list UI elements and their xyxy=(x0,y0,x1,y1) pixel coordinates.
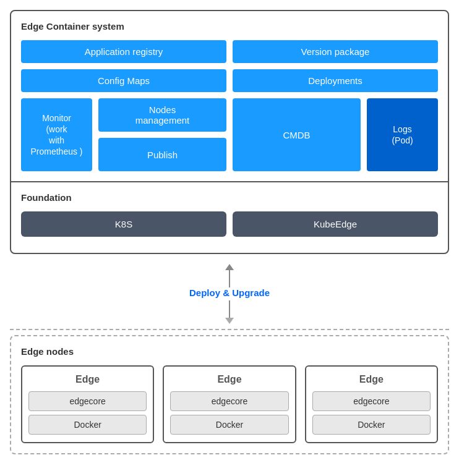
arrow-line-down xyxy=(225,300,234,324)
nodes-management-btn[interactable]: Nodesmanagement xyxy=(98,98,226,132)
publish-btn[interactable]: Publish xyxy=(98,138,226,171)
ecs-row-1: Application registry Version package xyxy=(21,40,438,63)
foundation-title: Foundation xyxy=(21,192,438,203)
edge-container-system: Edge Container system Application regist… xyxy=(11,11,448,181)
deployments-btn[interactable]: Deployments xyxy=(233,69,438,92)
ecs-bottom-row: Monitor(workwithPrometheus ) Nodesmanage… xyxy=(21,98,438,171)
edge-node-1: Edge edgecore Docker xyxy=(163,365,296,443)
edge-node-0-docker: Docker xyxy=(28,415,147,435)
diagram: Edge Container system Application regist… xyxy=(10,10,449,454)
cmdb-btn[interactable]: CMDB xyxy=(233,98,361,171)
monitor-btn[interactable]: Monitor(workwithPrometheus ) xyxy=(21,98,92,171)
edge-node-2-title: Edge xyxy=(312,374,431,385)
foundation-row: K8S KubeEdge xyxy=(21,211,438,237)
kubeedge-btn[interactable]: KubeEdge xyxy=(233,211,438,237)
config-maps-btn[interactable]: Config Maps xyxy=(21,69,226,92)
dashed-separator xyxy=(10,329,449,330)
ecs-middle-col: Nodesmanagement Publish xyxy=(98,98,226,171)
edge-node-1-docker: Docker xyxy=(170,415,288,435)
edge-node-2-docker: Docker xyxy=(312,415,431,435)
arrow-up-icon xyxy=(225,264,234,270)
k8s-btn[interactable]: K8S xyxy=(21,211,226,237)
app-registry-btn[interactable]: Application registry xyxy=(21,40,226,63)
arrow-line xyxy=(225,264,234,287)
edge-nodes: Edge nodes Edge edgecore Docker Edge edg… xyxy=(10,335,449,454)
ecs-title: Edge Container system xyxy=(21,21,438,32)
edge-node-0-title: Edge xyxy=(28,374,147,385)
foundation: Foundation K8S KubeEdge xyxy=(11,181,448,253)
arrow-section: Deploy & Upgrade xyxy=(10,254,449,324)
edge-node-1-title: Edge xyxy=(170,374,288,385)
arrow-down-icon xyxy=(225,318,234,324)
edge-node-0: Edge edgecore Docker xyxy=(21,365,154,443)
edge-node-2-edgecore: edgecore xyxy=(312,391,431,411)
edge-nodes-row: Edge edgecore Docker Edge edgecore Docke… xyxy=(21,365,438,443)
edge-node-0-edgecore: edgecore xyxy=(28,391,147,411)
edge-container-foundation-wrapper: Edge Container system Application regist… xyxy=(10,10,449,254)
version-package-btn[interactable]: Version package xyxy=(233,40,438,63)
edge-node-2: Edge edgecore Docker xyxy=(305,365,438,443)
arrow-shaft-down xyxy=(229,300,230,318)
edge-node-1-edgecore: edgecore xyxy=(170,391,288,411)
deploy-upgrade-label: Deploy & Upgrade xyxy=(189,287,270,298)
logs-btn[interactable]: Logs(Pod) xyxy=(367,98,438,171)
arrow-shaft xyxy=(229,270,230,287)
ecs-row-2: Config Maps Deployments xyxy=(21,69,438,92)
edge-nodes-title: Edge nodes xyxy=(21,346,438,357)
